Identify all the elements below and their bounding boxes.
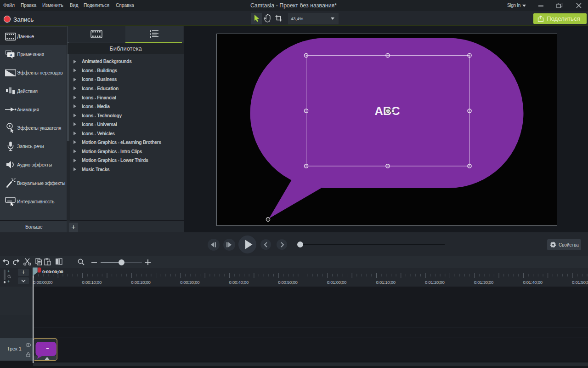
svg-text:0:01:00;00: 0:01:00;00 (327, 280, 346, 285)
svg-text:0:00:50;00: 0:00:50;00 (278, 280, 297, 285)
svg-text:0:00:30;00: 0:00:30;00 (180, 280, 199, 285)
svg-text:0:01:40;00: 0:01:40;00 (523, 280, 542, 285)
svg-text:0:01:30;00: 0:01:30;00 (474, 280, 493, 285)
svg-text:0:00:10;00: 0:00:10;00 (82, 280, 102, 285)
svg-text:0:01:50;00: 0:01:50;00 (572, 280, 588, 285)
svg-text:0:00:20;00: 0:00:20;00 (131, 280, 150, 285)
svg-text:0:01:20;00: 0:01:20;00 (425, 280, 444, 285)
svg-text:0:00:00;00: 0:00:00;00 (33, 280, 52, 285)
svg-text:0:00:40;00: 0:00:40;00 (229, 280, 249, 285)
svg-text:0:01:10;00: 0:01:10;00 (376, 280, 396, 285)
